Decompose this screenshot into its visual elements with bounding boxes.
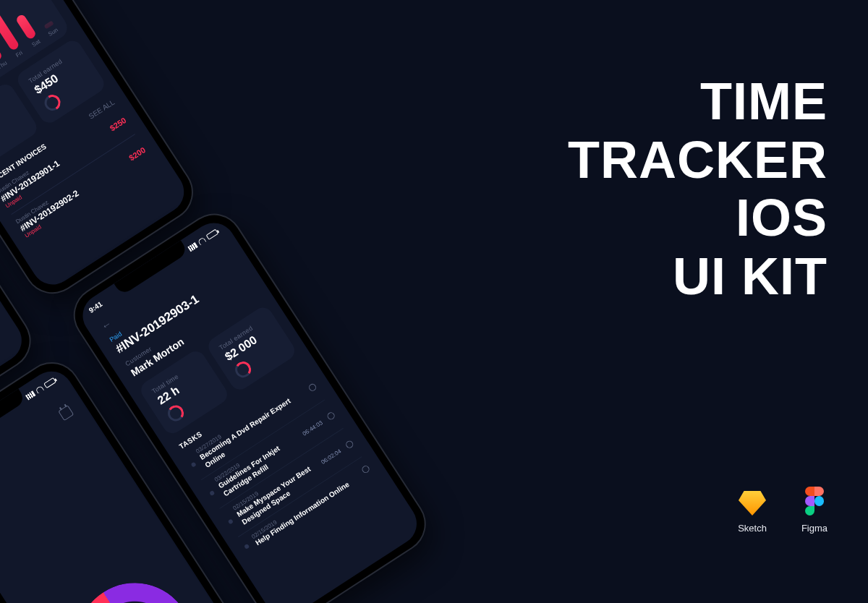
clock-icon bbox=[307, 382, 318, 393]
tool-sketch: Sketch bbox=[738, 491, 767, 534]
tool-figma: Figma bbox=[801, 487, 827, 534]
task-duration: 06:02:04 bbox=[320, 448, 342, 466]
tool-badges: Sketch Figma bbox=[738, 487, 827, 534]
figma-icon bbox=[805, 487, 824, 516]
clock-icon bbox=[361, 464, 371, 474]
tool-figma-label: Figma bbox=[801, 523, 827, 534]
chart-day-label: Fri bbox=[14, 49, 24, 59]
chart-day-label: Sun bbox=[47, 26, 59, 37]
chart-bar: Sun bbox=[41, 19, 61, 38]
bullet-icon bbox=[244, 543, 250, 549]
battery-icon bbox=[43, 377, 56, 388]
total-time-value: 33 h bbox=[0, 100, 16, 140]
donut-chart bbox=[55, 561, 215, 603]
progress-ring-icon bbox=[165, 402, 187, 424]
bullet-icon bbox=[228, 518, 234, 524]
sketch-icon bbox=[739, 491, 766, 516]
clock-icon bbox=[344, 440, 354, 450]
progress-ring-icon bbox=[232, 359, 254, 380]
tool-sketch-label: Sketch bbox=[738, 523, 767, 534]
bullet-icon bbox=[191, 461, 197, 467]
clock-icon bbox=[326, 411, 336, 421]
chart-day-label: Sat bbox=[30, 38, 41, 48]
wifi-icon bbox=[35, 385, 44, 394]
wifi-icon bbox=[197, 236, 207, 245]
progress-ring-icon bbox=[41, 91, 63, 113]
signal-icon bbox=[25, 390, 35, 400]
chart-day-label: Thu bbox=[0, 59, 8, 70]
task-duration: 06:44:03 bbox=[301, 419, 323, 437]
battery-icon bbox=[206, 229, 219, 240]
signal-icon bbox=[187, 242, 197, 252]
bullet-icon bbox=[209, 490, 215, 496]
